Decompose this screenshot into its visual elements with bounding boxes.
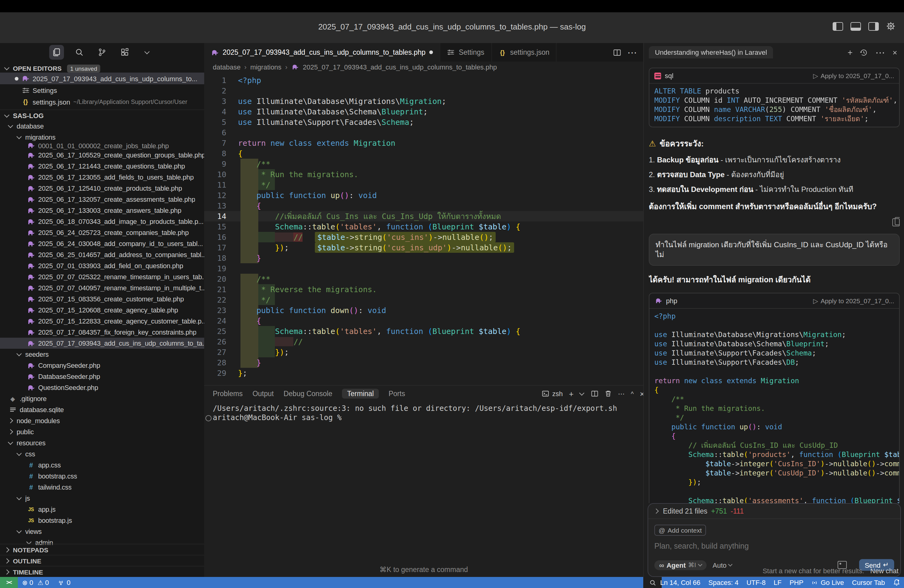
tree-item[interactable]: migrations <box>0 132 204 143</box>
editor-line[interactable]: 27 }); <box>204 347 643 357</box>
sidebar-section-notepads[interactable]: NOTEPADS <box>0 544 204 555</box>
editor-line[interactable]: 17 });$table->string('cus_ins_udp')->nul… <box>204 242 643 253</box>
sidebar-section-timeline[interactable]: TIMELINE <box>0 566 204 577</box>
panel-tab-problems[interactable]: Problems <box>213 390 243 397</box>
chat-tab-title[interactable]: Understanding whereHas() in Laravel <box>649 46 773 58</box>
apply-sql-button[interactable]: ▷ Apply to 2025_07_17_0... <box>813 72 894 79</box>
terminal-output[interactable]: /Users/aritach/.zshrc:source:3: no such … <box>204 404 643 558</box>
panel-tab-debug-console[interactable]: Debug Console <box>283 390 332 397</box>
tab-settings[interactable]: Settings <box>440 43 492 62</box>
close-chat-icon[interactable]: × <box>893 47 897 57</box>
eol-status[interactable]: LF <box>774 579 782 586</box>
add-context-button[interactable]: @ Add context <box>654 525 706 536</box>
search-icon[interactable] <box>72 45 87 60</box>
new-chat-icon[interactable]: + <box>847 47 852 57</box>
editor-line[interactable]: 19 <box>204 263 643 274</box>
maximize-panel-icon[interactable]: ^ <box>631 390 634 397</box>
toggle-right-sidebar-icon[interactable] <box>868 22 879 30</box>
split-terminal-icon[interactable] <box>591 390 598 397</box>
tab-settings-json[interactable]: {} settings.json <box>492 43 557 62</box>
chat-history-icon[interactable] <box>860 48 868 56</box>
indentation-status[interactable]: Spaces: 4 <box>708 579 738 586</box>
tree-item[interactable]: js <box>0 493 204 504</box>
more-views-chevron-icon[interactable] <box>140 45 155 60</box>
tree-item[interactable]: 2025_06_18_070343_add_image_to_products_… <box>0 216 204 227</box>
open-editor-item[interactable]: Settings <box>0 84 204 96</box>
editor-line[interactable]: 13 { <box>204 201 643 211</box>
tree-item[interactable]: views <box>0 526 204 537</box>
breadcrumb-file[interactable]: 2025_07_17_093943_add_cus_ins_udp_column… <box>303 63 497 71</box>
model-selector[interactable]: Auto <box>713 561 732 569</box>
tree-item[interactable]: 2025_07_07_040957_rename_timestamp_in_mu… <box>0 282 204 293</box>
tree-item[interactable]: QuestionSeeder.php <box>0 382 204 393</box>
tree-item[interactable]: 2025_06_17_125410_create_products_table.… <box>0 183 204 194</box>
settings-gear-icon[interactable] <box>886 22 895 31</box>
editor-line[interactable]: 14 //เพิ่มคอลัมภ์ Cus_Ins และ Cus_Ins_Ud… <box>204 211 643 221</box>
open-editor-item[interactable]: {}settings.json~/Library/Application Sup… <box>0 96 204 107</box>
tree-item[interactable]: 2025_07_15_120608_create_agency_table.ph… <box>0 305 204 316</box>
editor-line[interactable]: 20 /** <box>204 274 643 284</box>
tree-item[interactable]: CompanySeeder.php <box>0 360 204 371</box>
tree-item[interactable]: #bootstrap.css <box>0 471 204 482</box>
tree-item[interactable]: public <box>0 426 204 437</box>
editor-more-actions-icon[interactable]: ⋯ <box>627 46 637 58</box>
editor-line[interactable]: 18 } <box>204 253 643 263</box>
panel-more-actions-icon[interactable]: ⋯ <box>618 390 624 398</box>
new-terminal-icon[interactable]: + <box>569 389 574 398</box>
editor-line[interactable]: 23 public function down(): void <box>204 305 643 316</box>
editor-line[interactable]: 9 /** <box>204 159 643 169</box>
tab-migration-file[interactable]: 2025_07_17_093943_add_cus_ins_udp_column… <box>204 43 440 62</box>
tree-item[interactable]: 2025_07_01_033903_add_field_on_question.… <box>0 260 204 271</box>
tree-item[interactable]: 2025_06_17_133003_create_answers_table.p… <box>0 205 204 216</box>
tree-item[interactable]: #app.css <box>0 460 204 471</box>
copy-icon[interactable] <box>892 218 900 226</box>
tree-item[interactable]: seeders <box>0 349 204 360</box>
editor-line[interactable]: 15 Schema::table('tables', function (Blu… <box>204 221 643 232</box>
editor-line[interactable]: 26 // <box>204 337 643 347</box>
terminal-instance[interactable]: zsh <box>542 390 563 397</box>
tree-item[interactable]: 2025_06_17_105529_create_question_groups… <box>0 149 204 161</box>
editor-line[interactable]: 5use Illuminate\Support\Facades\Schema; <box>204 117 643 127</box>
sidebar-section-outline[interactable]: OUTLINE <box>0 555 204 566</box>
extensions-icon[interactable] <box>117 45 132 60</box>
editor-line[interactable]: 4use Illuminate\Database\Schema\Blueprin… <box>204 106 643 117</box>
apply-php-button[interactable]: ▷ Apply to 2025_07_17_0... <box>813 297 894 305</box>
editor-line[interactable]: 6 <box>204 127 643 138</box>
editor-line[interactable]: 3use Illuminate\Database\Migrations\Migr… <box>204 96 643 106</box>
tree-item[interactable]: database <box>0 120 204 132</box>
tree-item[interactable]: DatabaseSeeder.php <box>0 371 204 382</box>
ports-status[interactable]: 0 <box>53 577 75 588</box>
cursor-tab-status[interactable]: Cursor Tab <box>852 579 885 586</box>
split-editor-icon[interactable] <box>613 48 621 56</box>
tree-item[interactable]: 0001_01_01_000002_create_jobs_table.php <box>0 143 204 149</box>
agent-mode-selector[interactable]: ∞ Agent ⌘I <box>654 560 706 570</box>
tree-item[interactable]: 2025_06_25_014657_add_address_to_compani… <box>0 249 204 260</box>
tree-item[interactable]: 2025_07_07_025322_rename_timestamp_in_us… <box>0 271 204 282</box>
editor-line[interactable]: 10 * Run the migrations. <box>204 169 643 180</box>
panel-tab-terminal[interactable]: Terminal <box>342 389 379 398</box>
editor-line[interactable]: 1<?php <box>204 75 643 85</box>
tree-item[interactable]: 2025_07_17_084357_fix_foreign_key_constr… <box>0 327 204 338</box>
tree-item[interactable]: 2025_07_17_093943_add_cus_ins_udp_column… <box>0 338 204 349</box>
editor-line[interactable]: 7return new class extends Migration <box>204 138 643 148</box>
code-editor[interactable]: 1<?php2 3use Illuminate\Database\Migrati… <box>204 73 643 387</box>
tree-item[interactable]: 2025_07_15_122833_create_agency_customer… <box>0 316 204 327</box>
tree-item[interactable]: 2025_06_17_132057_create_assessments_tab… <box>0 194 204 205</box>
editor-line[interactable]: 24 { <box>204 316 643 326</box>
breadcrumb[interactable]: database › migrations › 2025_07_17_09394… <box>204 62 652 73</box>
go-live-status[interactable]: Go Live <box>811 579 844 586</box>
cursor-position-status[interactable]: Ln 14, Col 66 <box>660 579 700 586</box>
open-editor-item[interactable]: 2025_07_17_093943_add_cus_ins_udp_column… <box>0 73 204 84</box>
encoding-status[interactable]: UTF-8 <box>747 579 766 586</box>
kill-terminal-icon[interactable] <box>604 390 612 397</box>
remote-indicator[interactable]: >< <box>0 577 18 588</box>
notifications-bell-icon[interactable] <box>893 579 900 586</box>
tree-item[interactable]: css <box>0 448 204 460</box>
terminal-dropdown-icon[interactable] <box>579 390 584 396</box>
edited-files-row[interactable]: Edited 21 files +751 -111 <box>648 504 900 519</box>
editor-line[interactable]: 29}; <box>204 368 643 378</box>
panel-tab-ports[interactable]: Ports <box>389 390 405 397</box>
tree-item[interactable]: ◆.gitignore <box>0 393 204 404</box>
source-control-icon[interactable] <box>95 45 109 60</box>
editor-line[interactable]: 2 <box>204 85 643 96</box>
